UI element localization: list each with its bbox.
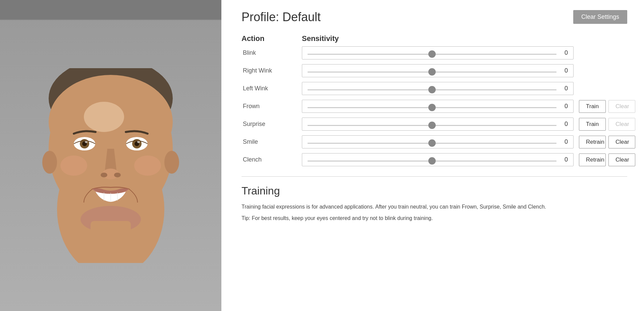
slider-blink[interactable] — [308, 54, 556, 55]
actions-container: Blink0Right Wink0Left Wink0Frown0TrainCl… — [241, 46, 627, 166]
svg-point-4 — [84, 102, 124, 132]
retrain-button-clench[interactable]: Retrain — [579, 153, 606, 166]
slider-wrapper-surprise — [308, 121, 556, 127]
slider-container-frown: 0 — [302, 100, 574, 113]
left-panel — [0, 0, 221, 311]
face-container — [13, 48, 208, 283]
slider-wrapper-blink — [308, 50, 556, 56]
slider-frown[interactable] — [308, 107, 556, 108]
action-label-smile: Smile — [241, 138, 302, 145]
action-row-clench: Clench0RetrainClear — [241, 153, 627, 166]
button-group-frown: TrainClear — [574, 100, 627, 113]
svg-point-6 — [164, 151, 179, 174]
slider-left-wink[interactable] — [308, 89, 556, 90]
face-image — [30, 68, 191, 263]
svg-point-16 — [101, 173, 107, 177]
slider-wrapper-smile — [308, 139, 556, 145]
training-section: Training Training facial expressions is … — [241, 185, 627, 222]
button-group-smile: RetrainClear — [574, 136, 627, 148]
top-bar — [0, 0, 221, 19]
slider-value-clench: 0 — [560, 156, 568, 163]
sensitivity-column-header: Sensitivity — [302, 34, 574, 43]
action-row-smile: Smile0RetrainClear — [241, 135, 627, 148]
svg-point-19 — [134, 156, 161, 176]
slider-container-left-wink: 0 — [302, 82, 574, 95]
profile-header: Profile: Default Clear Settings — [241, 10, 627, 24]
right-panel: Profile: Default Clear Settings Action S… — [221, 0, 644, 311]
profile-title: Profile: Default — [241, 10, 321, 24]
action-label-right-wink: Right Wink — [241, 67, 302, 74]
action-row-frown: Frown0TrainClear — [241, 100, 627, 113]
action-label-clench: Clench — [241, 156, 302, 163]
training-description: Training facial expressions is for advan… — [241, 203, 627, 211]
training-tip: Tip: For best results, keep your eyes ce… — [241, 214, 627, 223]
slider-container-blink: 0 — [302, 46, 574, 59]
slider-value-right-wink: 0 — [560, 67, 568, 74]
slider-container-clench: 0 — [302, 153, 574, 166]
slider-value-frown: 0 — [560, 103, 568, 110]
action-column-header: Action — [241, 34, 302, 43]
slider-wrapper-frown — [308, 103, 556, 109]
slider-container-right-wink: 0 — [302, 64, 574, 77]
retrain-button-smile[interactable]: Retrain — [579, 136, 606, 148]
slider-wrapper-right-wink — [308, 68, 556, 74]
slider-clench[interactable] — [308, 161, 556, 162]
slider-value-surprise: 0 — [560, 121, 568, 128]
slider-value-blink: 0 — [560, 49, 568, 56]
svg-rect-24 — [91, 221, 131, 261]
action-label-blink: Blink — [241, 49, 302, 56]
training-title: Training — [241, 185, 627, 197]
slider-smile[interactable] — [308, 143, 556, 144]
train-button-frown[interactable]: Train — [579, 100, 606, 113]
clear-button-frown: Clear — [608, 100, 635, 113]
svg-point-5 — [42, 151, 57, 174]
clear-settings-button[interactable]: Clear Settings — [573, 10, 627, 24]
action-row-blink: Blink0 — [241, 46, 627, 59]
slider-wrapper-clench — [308, 157, 556, 163]
column-headers: Action Sensitivity — [241, 34, 627, 43]
slider-wrapper-left-wink — [308, 86, 556, 92]
slider-container-surprise: 0 — [302, 118, 574, 131]
clear-button-surprise: Clear — [608, 118, 635, 131]
action-row-surprise: Surprise0TrainClear — [241, 118, 627, 131]
action-label-surprise: Surprise — [241, 121, 302, 128]
svg-point-17 — [114, 173, 121, 177]
slider-right-wink[interactable] — [308, 72, 556, 73]
slider-value-smile: 0 — [560, 138, 568, 145]
slider-value-left-wink: 0 — [560, 85, 568, 92]
slider-container-smile: 0 — [302, 135, 574, 148]
section-divider — [241, 176, 627, 177]
svg-point-18 — [60, 156, 87, 176]
action-label-frown: Frown — [241, 103, 302, 110]
action-row-left-wink: Left Wink0 — [241, 82, 627, 95]
button-group-clench: RetrainClear — [574, 153, 627, 166]
button-group-surprise: TrainClear — [574, 118, 627, 131]
clear-button-clench[interactable]: Clear — [608, 153, 635, 166]
action-row-right-wink: Right Wink0 — [241, 64, 627, 77]
slider-surprise[interactable] — [308, 125, 556, 126]
train-button-surprise[interactable]: Train — [579, 118, 606, 131]
action-label-left-wink: Left Wink — [241, 85, 302, 92]
clear-button-smile[interactable]: Clear — [608, 136, 635, 148]
